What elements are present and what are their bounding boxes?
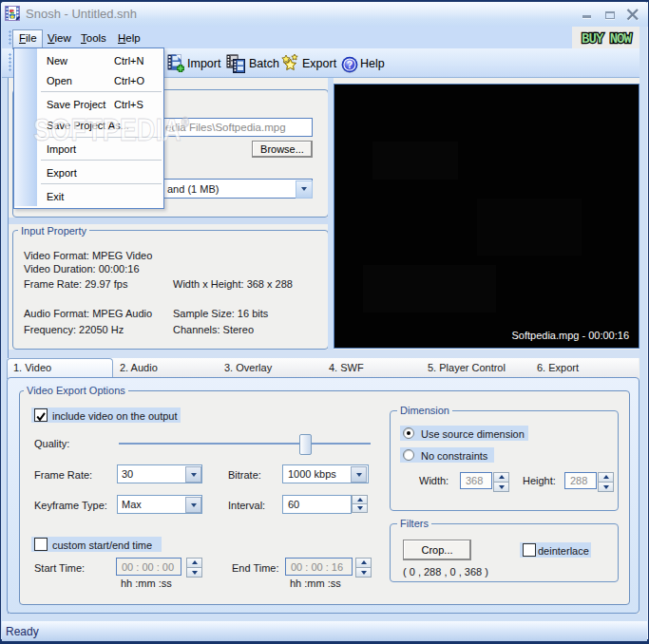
svg-text:?: ? [347, 59, 353, 70]
svg-text:BUY NOW: BUY NOW [582, 31, 632, 47]
